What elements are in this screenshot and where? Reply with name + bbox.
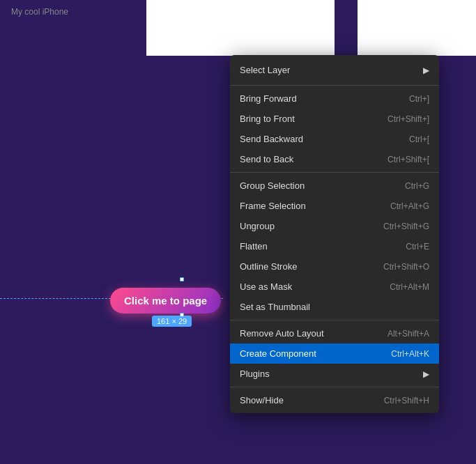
menu-item-group-selection[interactable]: Group SelectionCtrl+G: [230, 176, 439, 196]
menu-item-label: Use as Mask: [240, 281, 292, 292]
menu-item-label: Bring to Front: [240, 114, 295, 124]
canvas-button: Click me to page: [110, 288, 221, 314]
menu-item-label: Send Backward: [240, 134, 303, 144]
menu-item-bring-forward[interactable]: Bring ForwardCtrl+]: [230, 88, 439, 109]
menu-item-shortcut: Alt+Shift+A: [387, 329, 429, 339]
menu-item-shortcut: Ctrl+[: [409, 134, 429, 144]
menu-item-frame-selection[interactable]: Frame SelectionCtrl+Alt+G: [230, 196, 439, 216]
menu-item-send-backward[interactable]: Send BackwardCtrl+[: [230, 129, 439, 149]
menu-item-create-component[interactable]: Create ComponentCtrl+Alt+K: [230, 343, 439, 364]
menu-item-label: Frame Selection: [240, 201, 306, 211]
menu-item-shortcut: Ctrl+Shift+H: [384, 396, 429, 405]
menu-item-plugins[interactable]: Plugins▶: [230, 364, 439, 384]
menu-item-label: Show/Hide: [240, 395, 284, 405]
menu-item-label: Flatten: [240, 241, 268, 252]
menu-item-flatten[interactable]: FlattenCtrl+E: [230, 236, 439, 256]
menu-item-show/hide[interactable]: Show/HideCtrl+Shift+H: [230, 390, 439, 410]
separator-after-10: [230, 320, 439, 320]
menu-item-shortcut: ▶: [423, 369, 429, 379]
handle-bottom: [180, 313, 184, 317]
menu-item-set-as-thumbnail[interactable]: Set as Thumbnail: [230, 297, 439, 317]
separator-after-3: [230, 172, 439, 173]
context-menu: Select Layer ▶ Bring ForwardCtrl+]Bring …: [230, 55, 439, 413]
menu-item-label: Group Selection: [240, 180, 305, 191]
handle-top: [180, 277, 184, 281]
select-layer-label: Select Layer: [240, 65, 290, 75]
menu-item-shortcut: Ctrl+G: [405, 181, 429, 191]
menu-item-remove-auto-layout[interactable]: Remove Auto LayoutAlt+Shift+A: [230, 323, 439, 343]
menu-item-label: Set as Thumbnail: [240, 302, 310, 312]
menu-item-label: Outline Stroke: [240, 261, 297, 272]
menu-item-shortcut: Ctrl+]: [409, 94, 429, 104]
menu-item-label: Ungroup: [240, 221, 275, 231]
menu-item-shortcut: Ctrl+E: [406, 242, 429, 252]
menu-item-bring-to-front[interactable]: Bring to FrontCtrl+Shift+]: [230, 109, 439, 129]
menu-item-shortcut: Ctrl+Alt+M: [390, 282, 429, 292]
menu-item-shortcut: Ctrl+Shift+G: [383, 222, 429, 231]
top-label-left: My cool iPhone: [11, 7, 68, 17]
select-layer-arrow: ▶: [423, 65, 429, 75]
menu-item-send-to-back[interactable]: Send to BackCtrl+Shift+[: [230, 149, 439, 169]
menu-items-container: Bring ForwardCtrl+]Bring to FrontCtrl+Sh…: [230, 88, 439, 410]
separator-0: [230, 85, 439, 86]
menu-item-label: Bring Forward: [240, 93, 297, 104]
menu-item-shortcut: Ctrl+Shift+O: [383, 262, 429, 272]
phone-frame-top: [146, 0, 335, 56]
menu-item-label: Send to Back: [240, 154, 293, 164]
menu-item-shortcut: Ctrl+Shift+[: [387, 155, 429, 164]
menu-item-use-as-mask[interactable]: Use as MaskCtrl+Alt+M: [230, 277, 439, 297]
menu-item-ungroup[interactable]: UngroupCtrl+Shift+G: [230, 216, 439, 236]
menu-item-shortcut: Ctrl+Shift+]: [387, 114, 429, 124]
dimension-badge: 161 × 29: [152, 316, 192, 327]
menu-item-label: Remove Auto Layout: [240, 328, 324, 339]
menu-item-shortcut: Ctrl+Alt+K: [391, 349, 429, 359]
menu-item-select-layer[interactable]: Select Layer ▶: [230, 58, 439, 82]
menu-item-outline-stroke[interactable]: Outline StrokeCtrl+Shift+O: [230, 256, 439, 277]
menu-item-shortcut: Ctrl+Alt+G: [390, 201, 429, 211]
menu-item-label: Create Component: [240, 348, 316, 359]
phone-frame-right: [358, 0, 476, 56]
menu-item-label: Plugins: [240, 369, 270, 379]
separator-after-13: [230, 387, 439, 387]
